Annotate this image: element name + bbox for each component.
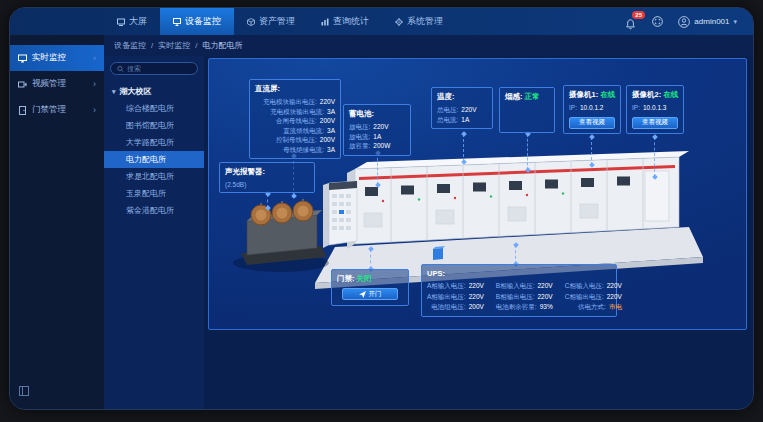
metric-label: A相输出电压: bbox=[427, 292, 466, 302]
view-video-button[interactable]: 查看视频 bbox=[632, 117, 678, 129]
fullscreen-button[interactable] bbox=[652, 13, 663, 31]
door-panel: 门禁: 关闭 开门 bbox=[331, 269, 409, 306]
panel-title: 门禁: 关闭 bbox=[337, 274, 403, 284]
sidebar-item-video-management[interactable]: 视频管理 › bbox=[10, 71, 104, 97]
metric-label: B相输入电压: bbox=[496, 281, 535, 291]
metric-label: 合闸母线电压: bbox=[276, 116, 317, 126]
metric-label: 电池剩余容量: bbox=[496, 302, 537, 312]
dc-screen-panel: 直流屏: 充电模块输出电压:220V 充电模块输出电流:3A 合闸母线电压:20… bbox=[249, 79, 341, 159]
sidebar-collapse-button[interactable] bbox=[19, 382, 29, 400]
user-menu[interactable]: admin001 ▾ bbox=[678, 16, 737, 28]
metric-value: 220V bbox=[607, 281, 622, 291]
nav-label: 资产管理 bbox=[259, 15, 295, 28]
view-video-button[interactable]: 查看视频 bbox=[569, 117, 615, 129]
battery-panel: 蓄电池: 放电压:220V 放电流:1A 放容量:200W bbox=[343, 104, 411, 156]
metric-value: 市电 bbox=[609, 302, 622, 312]
nav-label: 大屏 bbox=[129, 15, 147, 28]
ip-label: IP: bbox=[632, 103, 640, 113]
chevron-right-icon: › bbox=[93, 105, 96, 115]
video-camera-icon bbox=[18, 80, 27, 89]
ups-panel: UPS: A相输入电压:220V B相输入电压:220V C相输入电压:220V… bbox=[421, 264, 617, 317]
metric-label: 直流馈线电流: bbox=[283, 126, 324, 136]
avatar-icon bbox=[678, 16, 690, 28]
nav-item-device-monitor[interactable]: 设备监控 bbox=[160, 8, 234, 35]
metric-value: 3A bbox=[327, 107, 335, 117]
connector-line bbox=[370, 249, 371, 269]
tree-item-substation[interactable]: 综合楼配电所 bbox=[104, 100, 204, 117]
stats-bars-icon bbox=[321, 18, 329, 26]
panel-title: 直流屏: bbox=[255, 84, 335, 94]
metric-value: 93% bbox=[540, 302, 553, 312]
metric-label: 放电压: bbox=[349, 122, 370, 132]
tree-item-substation[interactable]: 玉泉配电所 bbox=[104, 185, 204, 202]
fullscreen-icon bbox=[652, 16, 663, 27]
connector-line bbox=[515, 245, 516, 264]
sidebar-item-realtime-monitor[interactable]: 实时监控 › bbox=[10, 45, 104, 71]
breadcrumb-current: 电力配电所 bbox=[202, 40, 242, 51]
main-area: 设备监控 / 实时监控 / 电力配电所 ▾ 湖大校区 综合楼配 bbox=[104, 35, 753, 410]
tree-item-substation-active[interactable]: 电力配电所 bbox=[104, 151, 204, 168]
nav-label: 系统管理 bbox=[407, 15, 443, 28]
metric-label: 总电压: bbox=[437, 105, 458, 115]
tree-item-substation[interactable]: 图书馆配电所 bbox=[104, 117, 204, 134]
open-door-button[interactable]: 开门 bbox=[342, 288, 398, 300]
breadcrumb-item[interactable]: 实时监控 bbox=[158, 40, 190, 51]
battery-cabinet-graphic bbox=[323, 181, 357, 248]
camera1-panel: 摄像机1: 在线 IP:10.0.1.2 查看视频 bbox=[563, 85, 621, 134]
tree-item-substation[interactable]: 求是北配电所 bbox=[104, 168, 204, 185]
panel-title: 温度: bbox=[437, 92, 487, 102]
metric-label: 放容量: bbox=[349, 141, 370, 151]
nav-item-system[interactable]: 系统管理 bbox=[382, 8, 456, 35]
sidebar: 实时监控 › 视频管理 › 门禁管理 › bbox=[10, 35, 104, 410]
station-tree-panel: ▾ 湖大校区 综合楼配电所 图书馆配电所 大学路配电所 电力配电所 求是北配电所… bbox=[104, 56, 204, 410]
panel-title: 摄像机2: 在线 bbox=[632, 90, 678, 100]
metric-value: 220V bbox=[461, 105, 476, 115]
metric-value: 220V bbox=[538, 281, 553, 291]
metric-value: 220V bbox=[538, 292, 553, 302]
tree-item-substation[interactable]: 紫金港配电所 bbox=[104, 202, 204, 219]
connector-line bbox=[527, 134, 528, 170]
ip-value: 10.0.1.3 bbox=[643, 103, 667, 113]
metric-label: A相输入电压: bbox=[427, 281, 466, 291]
search-icon bbox=[117, 65, 124, 73]
nav-item-assets[interactable]: 资产管理 bbox=[234, 8, 308, 35]
metric-value: 200V bbox=[320, 116, 335, 126]
chevron-down-icon: ▾ bbox=[733, 18, 737, 26]
metric-label: 供电方式: bbox=[578, 302, 606, 312]
metric-value: 1A bbox=[373, 132, 381, 142]
bell-icon bbox=[625, 19, 636, 30]
collapse-icon bbox=[19, 386, 29, 396]
sidebar-item-label: 门禁管理 bbox=[32, 104, 66, 116]
nav-label: 查询统计 bbox=[333, 15, 369, 28]
gear-icon bbox=[395, 18, 403, 26]
notifications-button[interactable]: 25 bbox=[625, 16, 637, 28]
metric-value: 220V bbox=[320, 97, 335, 107]
breadcrumb-item[interactable]: 设备监控 bbox=[114, 40, 146, 51]
connector-line bbox=[591, 137, 592, 165]
chevron-right-icon: › bbox=[93, 79, 96, 89]
nav-label: 设备监控 bbox=[185, 15, 221, 28]
nav-item-statistics[interactable]: 查询统计 bbox=[308, 8, 382, 35]
notification-badge: 25 bbox=[632, 11, 645, 19]
metric-label: 控制母线电压: bbox=[276, 135, 317, 145]
ups-metrics-grid: A相输入电压:220V B相输入电压:220V C相输入电压:220V A相输出… bbox=[427, 281, 611, 312]
metric-value: 220V bbox=[469, 292, 484, 302]
metric-value: 3A bbox=[327, 145, 335, 155]
door-label: 门禁: bbox=[337, 274, 355, 283]
metric-value: 200W bbox=[373, 141, 390, 151]
camera-label: 摄像机2: bbox=[632, 90, 661, 99]
connector-line bbox=[377, 153, 378, 185]
sidebar-item-label: 视频管理 bbox=[32, 78, 66, 90]
tree-item-substation[interactable]: 大学路配电所 bbox=[104, 134, 204, 151]
panel-title: UPS: bbox=[427, 269, 611, 278]
tree-root-node[interactable]: ▾ 湖大校区 bbox=[104, 83, 204, 100]
metric-label: 充电模块输出电压: bbox=[263, 97, 317, 107]
realtime-monitor-icon bbox=[18, 54, 27, 63]
metric-value: 1A bbox=[461, 115, 469, 125]
tree-search-input[interactable] bbox=[127, 65, 191, 72]
metric-value: 200V bbox=[469, 302, 484, 312]
nav-item-dashboard[interactable]: 大屏 bbox=[104, 8, 160, 35]
connector-line bbox=[267, 194, 268, 208]
sidebar-item-access-control[interactable]: 门禁管理 › bbox=[10, 97, 104, 123]
metric-label: 烟感: bbox=[505, 92, 523, 101]
